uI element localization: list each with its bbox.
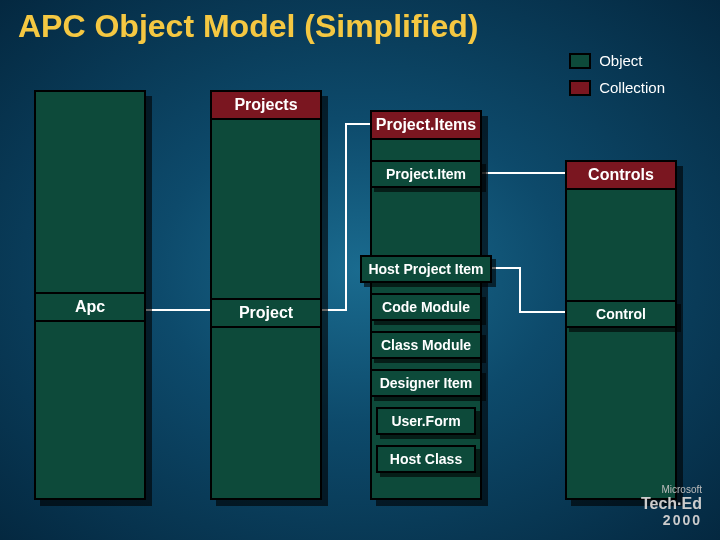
- branding-event: Tech·Ed: [641, 495, 702, 513]
- box-host-class: Host Class: [376, 445, 476, 473]
- box-user-form: User.Form: [376, 407, 476, 435]
- swatch-object: [569, 53, 591, 69]
- legend-object-label: Object: [599, 52, 642, 69]
- column-projects: Projects Project: [210, 90, 322, 500]
- box-designer-item: Designer Item: [370, 369, 482, 397]
- box-host-project-item: Host Project Item: [360, 255, 492, 283]
- box-class-module: Class Module: [370, 331, 482, 359]
- branding-year: 2000: [641, 513, 702, 528]
- legend-object: Object: [569, 52, 665, 69]
- branding-company: Microsoft: [641, 484, 702, 495]
- legend-collection-label: Collection: [599, 79, 665, 96]
- box-control: Control: [565, 300, 677, 328]
- controls-head: Controls: [567, 162, 675, 190]
- legend: Object Collection: [569, 52, 665, 106]
- branding: Microsoft Tech·Ed 2000: [641, 484, 702, 528]
- box-projectitem: Project.Item: [370, 160, 482, 188]
- projects-head: Projects: [212, 92, 320, 120]
- box-code-module: Code Module: [370, 293, 482, 321]
- slide-title: APC Object Model (Simplified): [18, 8, 478, 45]
- swatch-collection: [569, 80, 591, 96]
- column-apc: Apc: [34, 90, 146, 500]
- apc-label: Apc: [36, 292, 144, 322]
- legend-collection: Collection: [569, 79, 665, 96]
- projectitems-head: Project.Items: [372, 112, 480, 140]
- column-controls: Controls: [565, 160, 677, 500]
- project-label: Project: [212, 298, 320, 328]
